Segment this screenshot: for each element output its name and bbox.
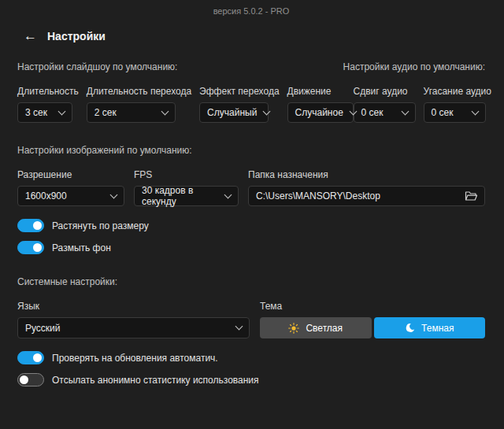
destination-field: Папка назначения (248, 169, 485, 206)
chevron-down-icon (471, 107, 479, 115)
motion-field: Движение Случайное (287, 86, 354, 123)
audio-shift-field: Сдвиг аудио 0 сек (354, 86, 416, 123)
toggle-knob (33, 221, 42, 230)
toggle-knob (33, 353, 42, 362)
section-titles-row: Настройки слайдшоу по умолчанию: Настрой… (17, 61, 485, 72)
slideshow-fields-group: Длительность 3 сек Длительность перехода… (17, 86, 354, 123)
statistics-toggle-row: Отсылать анонимно статистику использован… (17, 373, 485, 386)
destination-path-box (248, 186, 485, 206)
system-fields-row: Язык Русский Тема (17, 301, 485, 338)
chevron-down-icon (263, 107, 271, 115)
blur-toggle-label: Размыть фон (52, 242, 111, 253)
transition-duration-label: Длительность перехода (87, 86, 191, 97)
system-section-title: Системные настройки: (17, 276, 117, 287)
duration-value: 3 сек (25, 107, 47, 118)
transition-duration-field: Длительность перехода 2 сек (87, 86, 191, 123)
images-section-title-row: Настройки изображений по умолчанию: (17, 145, 485, 156)
toggle-knob (33, 243, 42, 252)
folder-icon (465, 190, 478, 202)
chevron-down-icon (224, 190, 232, 198)
fps-field: FPS 30 кадров в секунду (134, 169, 239, 206)
language-dropdown[interactable]: Русский (17, 317, 250, 338)
auto-update-toggle[interactable] (17, 351, 44, 364)
settings-window: версия 5.0.2 - PRO ← Настройки Настройки… (0, 0, 504, 429)
light-theme-label: Светлая (306, 323, 343, 334)
moon-icon (405, 323, 415, 333)
browse-folder-button[interactable] (458, 190, 478, 202)
transition-effect-label: Эффект перехода (199, 86, 279, 97)
chevron-down-icon (401, 107, 409, 115)
slideshow-audio-fields-row: Длительность 3 сек Длительность перехода… (17, 86, 485, 123)
blur-toggle-row: Размыть фон (17, 241, 485, 254)
system-section-title-row: Системные настройки: (17, 276, 485, 287)
audio-fields-group: Сдвиг аудио 0 сек Угасание аудио 0 сек (354, 86, 491, 123)
chevron-down-icon (235, 323, 243, 331)
resolution-dropdown[interactable]: 1600x900 (17, 186, 124, 206)
anonymous-stats-toggle-label: Отсылать анонимно статистику использован… (52, 375, 259, 386)
dark-theme-label: Темная (421, 323, 454, 334)
page-header: ← Настройки (24, 29, 485, 43)
duration-dropdown[interactable]: 3 сек (17, 102, 72, 123)
motion-value: Случайное (295, 107, 343, 118)
theme-label: Тема (260, 301, 485, 312)
stretch-toggle-label: Растянуть по размеру (52, 220, 149, 231)
transition-duration-dropdown[interactable]: 2 сек (87, 102, 176, 123)
motion-dropdown[interactable]: Случайное (287, 102, 354, 123)
audio-fade-value: 0 сек (432, 107, 454, 118)
duration-label: Длительность (17, 86, 79, 97)
toggle-knob (20, 375, 28, 384)
language-field: Язык Русский (17, 301, 250, 338)
transition-effect-value: Случайный (207, 107, 257, 118)
blur-toggle[interactable] (17, 241, 44, 254)
destination-path-input[interactable] (256, 190, 458, 202)
images-section-title: Настройки изображений по умолчанию: (17, 145, 192, 156)
chevron-down-icon (110, 190, 118, 198)
resolution-label: Разрешение (17, 169, 124, 180)
destination-label: Папка назначения (248, 169, 485, 180)
image-fields-row: Разрешение 1600x900 FPS 30 кадров в секу… (17, 169, 485, 206)
theme-field: Тема Светлая (260, 301, 485, 338)
transition-effect-field: Эффект перехода Случайный (199, 86, 279, 123)
anonymous-stats-toggle[interactable] (17, 373, 44, 386)
transition-duration-value: 2 сек (94, 107, 117, 118)
resolution-field: Разрешение 1600x900 (17, 169, 124, 206)
dark-theme-button[interactable]: Темная (374, 317, 486, 338)
stretch-toggle-row: Растянуть по размеру (17, 219, 485, 232)
audio-shift-label: Сдвиг аудио (354, 86, 416, 97)
sun-icon (288, 323, 299, 334)
chevron-down-icon (58, 107, 66, 115)
resolution-value: 1600x900 (25, 190, 67, 202)
fps-label: FPS (134, 169, 239, 180)
stretch-toggle[interactable] (17, 219, 44, 232)
audio-fade-label: Угасание аудио (424, 86, 491, 97)
audio-shift-value: 0 сек (361, 107, 384, 118)
updates-toggle-row: Проверять на обновления автоматич. (17, 351, 485, 364)
transition-effect-dropdown[interactable]: Случайный (199, 102, 269, 123)
light-theme-button[interactable]: Светлая (260, 317, 372, 338)
language-value: Русский (25, 323, 61, 334)
page-title: Настройки (47, 30, 106, 43)
audio-fade-dropdown[interactable]: 0 сек (424, 102, 486, 123)
slideshow-section-title: Настройки слайдшоу по умолчанию: (17, 61, 177, 72)
motion-label: Движение (287, 86, 354, 97)
audio-shift-dropdown[interactable]: 0 сек (354, 102, 416, 123)
version-label: версия 5.0.2 - PRO (17, 0, 485, 16)
audio-fade-field: Угасание аудио 0 сек (424, 86, 491, 123)
chevron-down-icon (161, 107, 169, 115)
duration-field: Длительность 3 сек (17, 86, 79, 123)
language-label: Язык (17, 301, 250, 312)
theme-button-group: Светлая Темная (260, 317, 485, 338)
fps-dropdown[interactable]: 30 кадров в секунду (134, 186, 239, 206)
fps-value: 30 кадров в секунду (142, 185, 218, 207)
back-arrow-button[interactable]: ← (24, 29, 37, 43)
audio-section-title: Настройки аудио по умолчанию: (343, 61, 485, 72)
auto-update-toggle-label: Проверять на обновления автоматич. (52, 353, 218, 364)
